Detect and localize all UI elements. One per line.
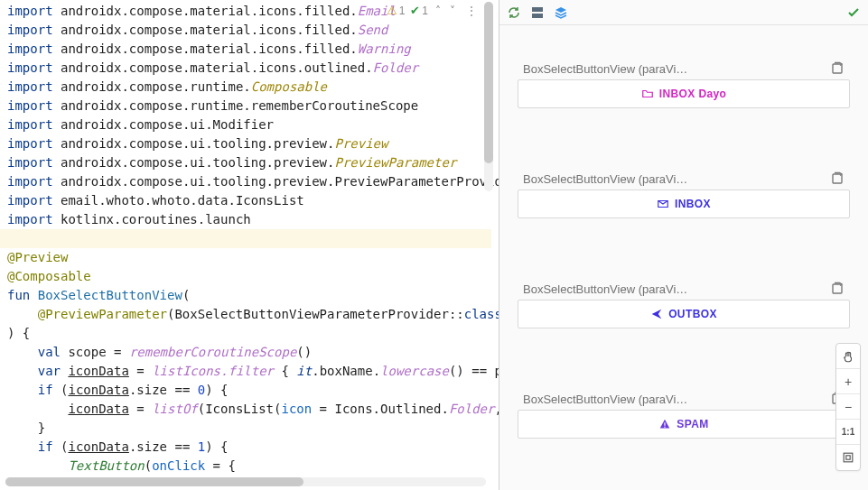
- refresh-icon[interactable]: [507, 5, 521, 20]
- kebab-menu-icon[interactable]: ⋮: [462, 5, 477, 17]
- folder-outline-icon: [641, 88, 654, 100]
- zoom-fit-button[interactable]: [836, 445, 860, 470]
- zoom-out-button[interactable]: −: [836, 394, 860, 420]
- preview-status-ok-icon[interactable]: [846, 5, 861, 20]
- preview-button-label: SPAM: [677, 418, 708, 430]
- svg-rect-1: [532, 14, 543, 18]
- preview-render-box[interactable]: INBOX: [518, 190, 850, 218]
- preview-button-label: INBOX: [675, 198, 711, 210]
- ok-count: 1: [422, 5, 428, 17]
- preview-item: BoxSelectButtonView (paraVi… SPAM: [518, 392, 850, 439]
- zoom-reset-label: 1:1: [842, 427, 854, 437]
- editor-horizontal-scrollbar[interactable]: [5, 477, 486, 486]
- preview-render-box[interactable]: INBOX Dayo: [518, 79, 850, 108]
- preview-item-header: BoxSelectButtonView (paraVi…: [518, 61, 850, 79]
- zoom-in-label: +: [845, 374, 852, 389]
- preview-render-box[interactable]: SPAM: [518, 410, 850, 439]
- preview-item-title: BoxSelectButtonView (paraVi…: [523, 62, 687, 76]
- code-editor[interactable]: import androidx.compose.material.icons.f…: [0, 0, 499, 490]
- preview-item: BoxSelectButtonView (paraVi… INBOX: [518, 171, 850, 218]
- check-icon: ✔: [410, 4, 420, 17]
- deploy-to-device-icon[interactable]: [830, 282, 845, 296]
- layout-stack-icon[interactable]: [530, 5, 545, 20]
- deploy-to-device-icon[interactable]: [830, 61, 845, 76]
- email-icon: [657, 198, 669, 210]
- next-highlight-button[interactable]: ˅: [448, 5, 457, 17]
- zoom-reset-button[interactable]: 1:1: [836, 420, 860, 445]
- preview-toolbar: [499, 0, 868, 25]
- preview-item: BoxSelectButtonView (paraVi… OUTBOX: [518, 282, 850, 328]
- inspections-widget[interactable]: ⚠ 1 ✔ 1 ˄ ˅ ⋮: [387, 4, 477, 17]
- preview-item: BoxSelectButtonView (paraVi… INBOX Dayo: [518, 61, 850, 108]
- zoom-out-label: −: [845, 400, 852, 414]
- preview-render-box[interactable]: OUTBOX: [518, 300, 850, 328]
- zoom-in-button[interactable]: +: [836, 369, 860, 394]
- preview-item-header: BoxSelectButtonView (paraVi…: [518, 392, 850, 410]
- preview-item-title: BoxSelectButtonView (paraVi…: [523, 393, 687, 406]
- warning-icon: [658, 418, 671, 430]
- warning-icon: ⚠: [387, 4, 397, 17]
- code-content[interactable]: import androidx.compose.material.icons.f…: [0, 0, 499, 476]
- svg-rect-8: [844, 453, 853, 462]
- svg-rect-6: [665, 422, 666, 426]
- compose-preview-pane: BoxSelectButtonView (paraVi… INBOX Dayo …: [499, 0, 868, 490]
- svg-rect-7: [665, 427, 666, 428]
- editor-vertical-scrollbar[interactable]: [484, 2, 493, 191]
- svg-rect-0: [532, 7, 543, 12]
- ide-window: ⚠ 1 ✔ 1 ˄ ˅ ⋮ import androidx.compose.ma…: [0, 0, 868, 490]
- preview-item-header: BoxSelectButtonView (paraVi…: [518, 171, 850, 190]
- zoom-controls: + − 1:1: [835, 343, 861, 471]
- send-icon: [650, 308, 663, 320]
- preview-item-title: BoxSelectButtonView (paraVi…: [523, 172, 687, 186]
- preview-item-header: BoxSelectButtonView (paraVi…: [518, 282, 850, 300]
- layers-icon[interactable]: [554, 5, 568, 20]
- preview-item-title: BoxSelectButtonView (paraVi…: [523, 282, 687, 296]
- preview-button-label: OUTBOX: [668, 308, 717, 320]
- preview-surface[interactable]: BoxSelectButtonView (paraVi… INBOX Dayo …: [499, 25, 868, 490]
- pan-tool-button[interactable]: [836, 344, 860, 369]
- preview-button-label: INBOX Dayo: [659, 88, 727, 100]
- prev-highlight-button[interactable]: ˄: [434, 5, 443, 17]
- deploy-to-device-icon[interactable]: [830, 171, 845, 186]
- editor-pane: ⚠ 1 ✔ 1 ˄ ˅ ⋮ import androidx.compose.ma…: [0, 0, 499, 490]
- warnings-count: 1: [399, 5, 406, 17]
- ok-badge[interactable]: ✔ 1: [410, 4, 428, 17]
- warnings-badge[interactable]: ⚠ 1: [387, 4, 406, 17]
- svg-rect-9: [846, 456, 850, 459]
